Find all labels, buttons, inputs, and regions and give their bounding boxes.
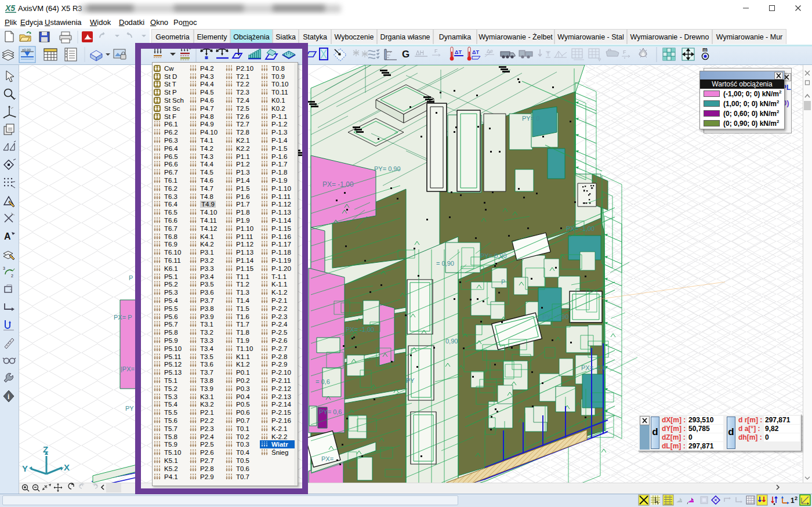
svg-text:±0.00: ±0.00: [22, 48, 31, 52]
svg-text:A: A: [4, 231, 11, 241]
svg-text:PY= 0,90: PY= 0,90: [542, 313, 569, 320]
svg-text:2: 2: [11, 274, 13, 278]
svg-text:PX= -1,00: PX= -1,00: [322, 180, 354, 189]
svg-text:P: P: [501, 278, 505, 285]
svg-text:PY= 0,6: PY= 0,6: [319, 408, 342, 415]
svg-text:PY: PY: [406, 377, 415, 384]
svg-text:PY= 0: PY= 0: [522, 115, 539, 122]
svg-text:3: 3: [3, 266, 5, 270]
svg-text:P: P: [129, 274, 133, 281]
svg-text:i: i: [8, 393, 9, 401]
svg-text:m: m: [702, 46, 708, 53]
svg-text:φ: φ: [598, 56, 601, 61]
svg-text:F: F: [434, 48, 438, 54]
svg-text:= 0,6: = 0,6: [316, 378, 330, 385]
svg-text:1: 1: [791, 497, 795, 505]
svg-text:ΔT: ΔT: [455, 49, 462, 55]
svg-text:G: G: [402, 49, 409, 60]
svg-text:2: 2: [795, 495, 798, 501]
svg-text:ΔT: ΔT: [472, 49, 479, 55]
svg-text:ΔH: ΔH: [416, 50, 424, 56]
svg-text:PX= -1,00: PX= -1,00: [346, 326, 374, 333]
svg-text:= 0,90: = 0,90: [436, 260, 454, 267]
svg-text:0,90: 0,90: [445, 338, 458, 345]
svg-text:PY= 0,90: PY= 0,90: [374, 165, 401, 172]
svg-text:PX= P: PX= P: [114, 314, 132, 321]
svg-text:|PX=: |PX=: [121, 365, 135, 372]
svg-text:PY: PY: [125, 405, 134, 412]
svg-text:F: F: [623, 49, 626, 55]
svg-text:Y: Y: [22, 463, 28, 473]
svg-text:PX=: PX=: [321, 455, 334, 462]
svg-text:PX= -1,0: PX= -1,0: [581, 364, 606, 371]
svg-text:PY= 0,90: PY= 0,90: [480, 252, 507, 259]
svg-text:X: X: [64, 462, 70, 472]
svg-text:X5: X5: [5, 3, 15, 13]
svg-text:Z: Z: [43, 444, 48, 454]
svg-text:PX= -1,00: PX= -1,00: [566, 225, 594, 232]
